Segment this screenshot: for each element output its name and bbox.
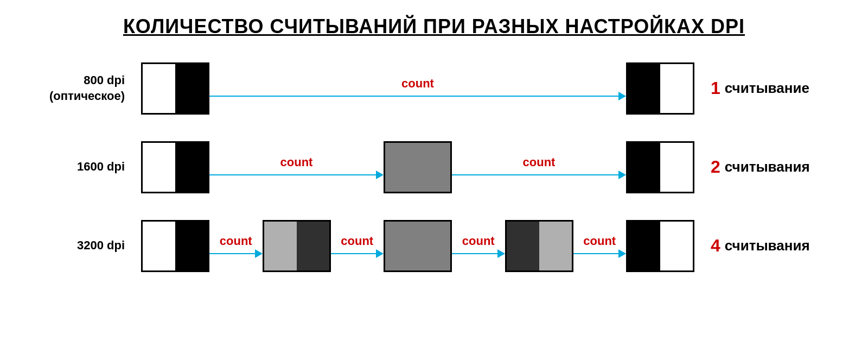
row-800-label: 800 dpi(оптическое)	[33, 73, 141, 104]
sensor-half-medium	[385, 222, 418, 270]
arrow-3200-4-line	[573, 249, 627, 258]
arrow-3200-4: count	[573, 234, 627, 258]
sensor-half-white	[143, 143, 175, 192]
row-1600-result-num: 2	[711, 157, 720, 177]
arrow-3200-2-label: count	[341, 234, 373, 248]
row-3200-result-text: считывания	[725, 237, 810, 254]
sensor-half-light	[264, 222, 297, 270]
row-800-content: count	[141, 62, 694, 115]
arrow-800-1: count	[209, 77, 626, 100]
arrow-3200-2-line	[331, 249, 384, 258]
row-1600: 1600 dpi count	[33, 128, 835, 206]
row-1600-result: 2 считывания	[694, 157, 835, 177]
arrow-1600-2: count	[452, 155, 626, 179]
diagram-area: 800 dpi(оптическое) count	[0, 49, 868, 285]
row-3200-label: 3200 dpi	[33, 238, 141, 254]
row-1600-label: 1600 dpi	[33, 159, 141, 175]
sensor-3200-mid2	[384, 220, 452, 272]
arrow-3200-3-head	[497, 249, 505, 258]
arrow-3200-1-head	[255, 249, 263, 258]
page-title: КОЛИЧЕСТВО СЧИТЫВАНИЙ ПРИ РАЗНЫХ НАСТРОЙ…	[123, 15, 745, 38]
arrow-3200-4-head	[618, 249, 626, 258]
row-800-result-num: 1	[711, 78, 720, 98]
sensor-half-black	[175, 143, 208, 192]
sensor-half-white	[143, 64, 175, 113]
sensor-half-black	[628, 222, 660, 270]
row-800: 800 dpi(оптическое) count	[33, 49, 835, 128]
arrow-3200-1-label: count	[220, 234, 252, 248]
sensor-half-gray	[385, 143, 418, 192]
arrow-3200-2-shaft	[331, 253, 376, 254]
arrow-1600-1-label: count	[280, 155, 313, 169]
arrow-3200-3-label: count	[462, 234, 495, 248]
arrow-800-1-label: count	[401, 77, 434, 91]
sensor-half-medium	[418, 222, 450, 270]
row-1600-content: count count	[141, 141, 694, 193]
sensor-half-darkest	[507, 222, 539, 270]
sensor-1600-mid	[384, 141, 452, 193]
sensor-half-black	[175, 64, 208, 113]
arrow-1600-1-line	[209, 171, 384, 179]
row-3200-content: count count	[141, 220, 694, 272]
row-800-result-text: считывание	[725, 80, 809, 97]
sensor-3200-start	[141, 220, 209, 272]
arrow-3200-2-head	[376, 249, 384, 258]
row-3200-result-num: 4	[711, 236, 720, 256]
sensor-half-black	[175, 222, 208, 270]
sensor-3200-end	[626, 220, 694, 272]
arrow-1600-2-shaft	[452, 174, 618, 175]
arrow-1600-1-shaft	[209, 174, 376, 175]
sensor-half-black	[628, 64, 660, 113]
arrow-1600-2-head	[618, 171, 626, 179]
sensor-half-white	[143, 222, 175, 270]
row-1600-result-text: считывания	[725, 159, 810, 175]
sensor-1600-end	[626, 141, 694, 193]
arrow-3200-1-line	[209, 249, 263, 258]
sensor-half-light	[539, 222, 572, 270]
arrow-3200-3: count	[452, 234, 505, 258]
arrow-800-1-head	[618, 92, 626, 100]
sensor-3200-mid3	[505, 220, 573, 272]
row-3200-result: 4 считывания	[694, 236, 835, 256]
row-3200: 3200 dpi count	[33, 206, 835, 285]
arrow-1600-2-label: count	[523, 155, 556, 169]
sensor-half-gray	[418, 143, 450, 192]
sensor-800-start	[141, 62, 209, 115]
sensor-half-white	[660, 64, 693, 113]
row-800-result: 1 считывание	[694, 78, 835, 98]
arrow-3200-3-line	[452, 249, 505, 258]
sensor-3200-mid1	[263, 220, 331, 272]
sensor-1600-start	[141, 141, 209, 193]
arrow-3200-1-shaft	[209, 253, 255, 254]
arrow-3200-4-shaft	[573, 253, 619, 254]
arrow-800-1-shaft	[209, 96, 618, 97]
arrow-800-1-line	[209, 92, 626, 100]
sensor-800-end	[626, 62, 694, 115]
sensor-half-white	[660, 222, 693, 270]
arrow-1600-2-line	[452, 171, 626, 179]
sensor-half-black	[628, 143, 660, 192]
arrow-1600-1: count	[209, 155, 384, 179]
sensor-half-darkest	[297, 222, 329, 270]
page: КОЛИЧЕСТВО СЧИТЫВАНИЙ ПРИ РАЗНЫХ НАСТРОЙ…	[0, 0, 868, 359]
arrow-3200-1: count	[209, 234, 263, 258]
arrow-3200-4-label: count	[583, 234, 616, 248]
arrow-1600-1-head	[376, 171, 384, 179]
arrow-3200-2: count	[331, 234, 384, 258]
sensor-half-white	[660, 143, 693, 192]
arrow-3200-3-shaft	[452, 253, 497, 254]
